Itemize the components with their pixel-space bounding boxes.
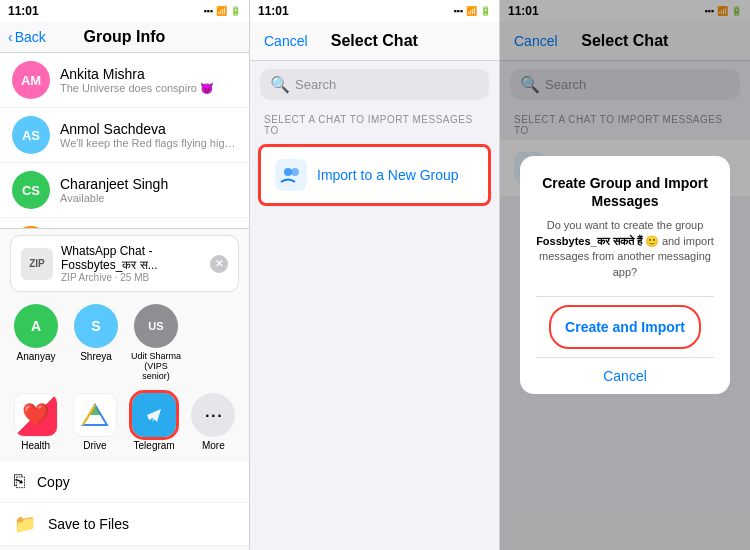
- panel-select-chat: 11:01 ▪▪▪ 📶 🔋 Cancel Select Chat 🔍 Searc…: [250, 0, 500, 550]
- contact-status: The Universe does conspiro 😈: [60, 82, 237, 95]
- avatar-share-item[interactable]: US Udit Sharma (VIPS senior): [130, 304, 182, 381]
- dialog-cancel-button[interactable]: Cancel: [536, 357, 714, 394]
- share-sheet: ZIP WhatsApp Chat - Fossbytes_कर स... ZI…: [0, 228, 249, 550]
- status-time-1: 11:01: [8, 4, 39, 18]
- battery-icon: 🔋: [230, 6, 241, 16]
- status-bar-2: 11:01 ▪▪▪ 📶 🔋: [250, 0, 499, 22]
- contact-status: Available: [60, 192, 237, 204]
- avatar-label: Shreya: [80, 351, 112, 362]
- actions-row: ⎘ Copy 📁 Save to Files: [0, 457, 249, 550]
- zip-info: WhatsApp Chat - Fossbytes_कर स... ZIP Ar…: [61, 244, 202, 283]
- panel-nav-2: Cancel Select Chat: [250, 22, 499, 61]
- chevron-left-icon: ‹: [8, 29, 13, 45]
- contact-list: AM Ankita Mishra The Universe does consp…: [0, 53, 249, 228]
- copy-icon: ⎘: [14, 471, 25, 492]
- app-label: Health: [21, 440, 50, 451]
- app-icons-row: ❤️ Health Drive: [0, 387, 249, 457]
- close-icon[interactable]: ✕: [210, 255, 228, 273]
- avatar: S: [74, 304, 118, 348]
- contact-item[interactable]: IL Ishu Luthra: [0, 218, 249, 228]
- contact-name: Ankita Mishra: [60, 66, 237, 82]
- status-time-2: 11:01: [258, 4, 289, 18]
- app-label: Telegram: [134, 440, 175, 451]
- dialog-title: Create Group and Import Messages: [536, 174, 714, 210]
- app-label: Drive: [83, 440, 106, 451]
- search-placeholder-2: Search: [295, 77, 336, 92]
- search-bar-2[interactable]: 🔍 Search: [260, 69, 489, 100]
- contact-item[interactable]: AS Anmol Sachdeva We'll keep the Red fla…: [0, 108, 249, 163]
- back-button[interactable]: ‹ Back: [8, 29, 46, 45]
- zip-name: WhatsApp Chat - Fossbytes_कर स...: [61, 244, 202, 272]
- status-icons-1: ▪▪▪ 📶 🔋: [203, 6, 241, 16]
- contact-info: Anmol Sachdeva We'll keep the Red flags …: [60, 121, 237, 149]
- contact-info: Charanjeet Singh Available: [60, 176, 237, 204]
- avatar-label: Ananyay: [17, 351, 56, 362]
- svg-point-5: [291, 168, 299, 176]
- contact-info: Ankita Mishra The Universe does conspiro…: [60, 66, 237, 95]
- avatar-label: Udit Sharma (VIPS senior): [130, 351, 182, 381]
- cancel-button-2[interactable]: Cancel: [264, 33, 308, 49]
- dialog-overlay: Create Group and Import Messages Do you …: [500, 0, 750, 550]
- app-icon-health[interactable]: ❤️ Health: [10, 393, 61, 451]
- section-label-2: SELECT A CHAT TO IMPORT MESSAGES TO: [250, 108, 499, 140]
- save-files-action[interactable]: 📁 Save to Files: [0, 503, 249, 546]
- contact-item[interactable]: AM Ankita Mishra The Universe does consp…: [0, 53, 249, 108]
- more-app-icon: ···: [191, 393, 235, 437]
- import-new-group-option[interactable]: Import to a New Group: [258, 144, 491, 206]
- avatar: US: [134, 304, 178, 348]
- status-bar-1: 11:01 ▪▪▪ 📶 🔋: [0, 0, 249, 22]
- battery-icon-2: 🔋: [480, 6, 491, 16]
- zip-icon: ZIP: [21, 248, 53, 280]
- app-icon-telegram[interactable]: Telegram: [129, 393, 180, 451]
- panel-create-group: 11:01 ▪▪▪ 📶 🔋 Cancel Select Chat 🔍 Searc…: [500, 0, 750, 550]
- contact-name: Anmol Sachdeva: [60, 121, 237, 137]
- telegram-app-icon: [132, 393, 176, 437]
- wifi-icon: 📶: [216, 6, 227, 16]
- search-icon-2: 🔍: [270, 75, 290, 94]
- nav-bar-1: ‹ Back Group Info: [0, 22, 249, 53]
- app-icon-drive[interactable]: Drive: [69, 393, 120, 451]
- status-icons-2: ▪▪▪ 📶 🔋: [453, 6, 491, 16]
- copy-action[interactable]: ⎘ Copy: [0, 461, 249, 503]
- dialog-actions: Create and Import Cancel: [536, 296, 714, 394]
- save-files-label: Save to Files: [48, 516, 129, 532]
- page-title-1: Group Info: [84, 28, 166, 46]
- svg-point-4: [284, 168, 292, 176]
- folder-icon: 📁: [14, 513, 36, 535]
- dialog-body: Do you want to create the group Fossbyte…: [536, 218, 714, 280]
- drive-app-icon: [73, 393, 117, 437]
- create-group-dialog: Create Group and Import Messages Do you …: [520, 156, 730, 394]
- health-app-icon: ❤️: [14, 393, 58, 437]
- group-name: Fossbytes_कर सकते हैं 🙂: [536, 235, 659, 247]
- avatar: CS: [12, 171, 50, 209]
- avatar-share-item[interactable]: A Ananyay: [10, 304, 62, 381]
- avatar: AM: [12, 61, 50, 99]
- panel-title-2: Select Chat: [331, 32, 418, 50]
- panel-ios-share: 11:01 ▪▪▪ 📶 🔋 ‹ Back Group Info AM Ankit…: [0, 0, 250, 550]
- signal-icon: ▪▪▪: [203, 6, 213, 16]
- import-label: Import to a New Group: [317, 167, 459, 183]
- signal-icon-2: ▪▪▪: [453, 6, 463, 16]
- avatar: AS: [12, 116, 50, 154]
- contact-status: We'll keep the Red flags flying high, 'c…: [60, 137, 237, 149]
- group-icon: [275, 159, 307, 191]
- app-icon-more[interactable]: ··· More: [188, 393, 239, 451]
- avatar: A: [14, 304, 58, 348]
- wifi-icon-2: 📶: [466, 6, 477, 16]
- back-label[interactable]: Back: [15, 29, 46, 45]
- app-label: More: [202, 440, 225, 451]
- zip-size: ZIP Archive · 25 MB: [61, 272, 202, 283]
- contact-name: Charanjeet Singh: [60, 176, 237, 192]
- copy-label: Copy: [37, 474, 70, 490]
- create-and-import-button[interactable]: Create and Import: [549, 305, 700, 349]
- zip-attachment: ZIP WhatsApp Chat - Fossbytes_कर स... ZI…: [10, 235, 239, 292]
- avatar-share-item[interactable]: S Shreya: [70, 304, 122, 381]
- avatar-share-row: A Ananyay S Shreya US Udit Sharma (VIPS …: [0, 298, 249, 387]
- contact-item[interactable]: CS Charanjeet Singh Available: [0, 163, 249, 218]
